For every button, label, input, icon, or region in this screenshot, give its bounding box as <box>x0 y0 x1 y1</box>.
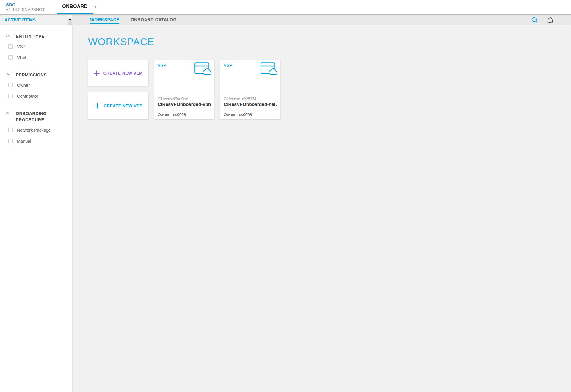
tab-active-underline <box>57 13 93 14</box>
filter-option-label: Network Package <box>17 128 51 133</box>
filter-option-label: VLM <box>17 55 26 60</box>
vsp-software-product-icon <box>194 62 212 76</box>
workspace-content: WORKSPACE CREATE NEW VLM CREATE NEW VSP <box>73 25 571 392</box>
filter-section-entity-type: ENTITY TYPE VSP VLM <box>0 33 72 63</box>
select-dropdown-arrow-icon <box>68 15 72 25</box>
filter-option-network-package[interactable]: Network Package <box>0 125 72 136</box>
create-new-vlm-label: CREATE NEW VLM <box>103 71 142 75</box>
filter-option-label: VSP <box>17 44 26 49</box>
card-name: CiResVFOnboarded-hel… <box>224 102 277 107</box>
items-filter-value: ACTIVE ITEMS <box>4 15 36 25</box>
filter-option-vlm[interactable]: VLM <box>0 52 72 63</box>
card-info: CiLicensef70a9cfd CiResVFOnboarded-vbrg…… <box>158 97 211 117</box>
contributor-checkbox[interactable] <box>8 94 13 98</box>
filter-option-label: Contributor <box>17 94 38 99</box>
filter-section-onboarding-procedure: ONBOARDING PROCEDURE Network Package Man… <box>0 111 72 147</box>
create-new-vlm-button[interactable]: CREATE NEW VLM <box>88 60 148 86</box>
plus-icon <box>94 103 100 109</box>
create-buttons-column: CREATE NEW VLM CREATE NEW VSP <box>88 60 148 119</box>
items-filter-select[interactable]: ACTIVE ITEMS <box>0 15 72 25</box>
vsp-checkbox[interactable] <box>8 44 13 49</box>
search-icon[interactable] <box>531 16 539 24</box>
manual-checkbox[interactable] <box>8 139 13 143</box>
chevron-up-icon <box>6 34 10 37</box>
filter-option-manual[interactable]: Manual <box>0 136 72 147</box>
filter-option-label: Owner <box>17 83 30 88</box>
catalog-toolbar: ACTIVE ITEMS WORKSPACE ONBOARD CATALOG <box>0 14 571 25</box>
logo-title: SDC <box>6 2 45 7</box>
card-owner: Owner - cs0008 <box>158 112 211 117</box>
vsp-card-vbrg[interactable]: VSP CiLicensef70a9cfd CiResVFOnboarded-v… <box>154 60 214 119</box>
page-title: WORKSPACE <box>88 36 571 48</box>
tab-onboard-catalog[interactable]: ONBOARD CATALOG <box>131 15 176 25</box>
plus-icon <box>94 70 100 76</box>
entity-type-badge: VSP <box>158 63 166 68</box>
section-title: PERMISSIONS <box>16 72 47 78</box>
section-title: ONBOARDING PROCEDURE <box>16 111 60 123</box>
vlm-checkbox[interactable] <box>8 55 13 60</box>
card-vendor-license: CiLicensef70a9cfd <box>158 97 211 101</box>
section-title: ENTITY TYPE <box>16 33 45 40</box>
section-header-entity-type[interactable]: ENTITY TYPE <box>0 33 72 40</box>
catalog-tabs: WORKSPACE ONBOARD CATALOG <box>73 15 177 25</box>
network-package-checkbox[interactable] <box>8 128 13 132</box>
section-header-permissions[interactable]: PERMISSIONS <box>0 72 72 78</box>
card-owner: Owner - cs0008 <box>224 112 277 117</box>
sdc-onboarding-app: SDC v.1.14.2-SNAPSHOT ONBOARD ACTIVE ITE… <box>0 0 571 392</box>
vsp-card-hel[interactable]: VSP CiLicense1c225334 CiResVFOnboarded-h… <box>220 60 280 119</box>
sdc-logo[interactable]: SDC v.1.14.2-SNAPSHOT <box>6 2 45 12</box>
tab-onboard-label: ONBOARD <box>62 4 87 9</box>
logo-version: v.1.14.2-SNAPSHOT <box>6 7 45 12</box>
card-divider <box>224 110 277 110</box>
vsp-software-product-icon <box>261 62 278 76</box>
filter-option-vsp[interactable]: VSP <box>0 41 72 52</box>
chevron-up-icon <box>6 73 10 76</box>
filter-option-contributor[interactable]: Contributor <box>0 91 72 102</box>
entity-type-badge: VSP <box>224 63 232 68</box>
tab-onboard[interactable]: ONBOARD <box>57 0 93 14</box>
card-vendor-license: CiLicense1c225334 <box>224 97 277 101</box>
tab-workspace[interactable]: WORKSPACE <box>90 15 119 25</box>
card-name: CiResVFOnboarded-vbrg… <box>158 102 211 107</box>
create-new-vsp-label: CREATE NEW VSP <box>103 103 142 108</box>
create-new-vsp-button[interactable]: CREATE NEW VSP <box>88 92 148 119</box>
workspace-cards: CREATE NEW VLM CREATE NEW VSP VSP <box>88 60 571 119</box>
caret-right-icon[interactable] <box>95 5 97 9</box>
filter-sidebar: ENTITY TYPE VSP VLM PERMISSIONS Owner <box>0 25 73 392</box>
section-header-onboarding-procedure[interactable]: ONBOARDING PROCEDURE <box>0 111 72 123</box>
chevron-up-icon <box>6 112 10 114</box>
top-header: SDC v.1.14.2-SNAPSHOT ONBOARD <box>0 0 571 14</box>
filter-section-permissions: PERMISSIONS Owner Contributor <box>0 72 72 102</box>
filter-option-label: Manual <box>17 139 31 144</box>
filter-option-owner[interactable]: Owner <box>0 80 72 91</box>
owner-checkbox[interactable] <box>8 83 13 87</box>
card-divider <box>158 110 211 110</box>
bell-icon[interactable] <box>546 16 554 24</box>
card-info: CiLicense1c225334 CiResVFOnboarded-hel… … <box>224 97 277 117</box>
toolbar-icons <box>531 15 554 26</box>
